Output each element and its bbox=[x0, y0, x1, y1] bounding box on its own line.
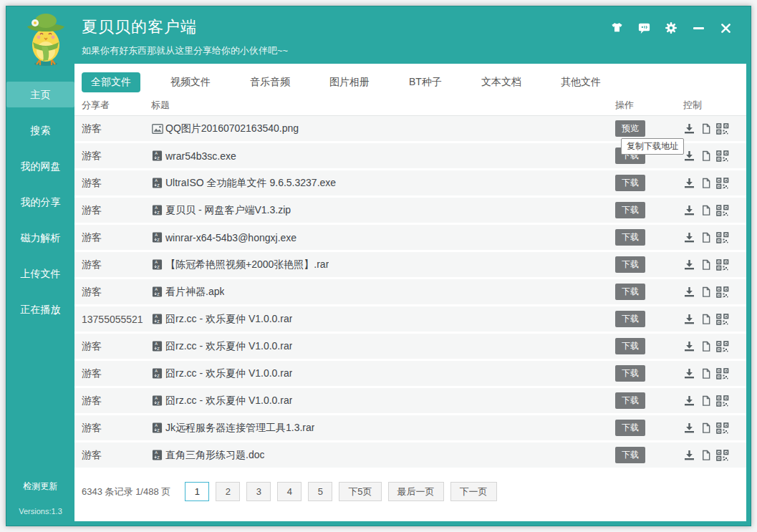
page-number-button-5[interactable]: 5 bbox=[308, 482, 332, 501]
qrcode-icon[interactable] bbox=[716, 178, 729, 189]
sidebar-item-6[interactable]: 正在播放 bbox=[6, 296, 74, 322]
sidebar-item-3[interactable]: 我的分享 bbox=[6, 189, 74, 215]
file-title-link[interactable]: winrar-x64-54b3@hongxj.exe bbox=[165, 232, 296, 243]
tab-0[interactable]: 全部文件 bbox=[82, 72, 140, 92]
download-icon[interactable] bbox=[683, 204, 695, 216]
action-button[interactable]: 下载 bbox=[615, 338, 645, 354]
download-icon[interactable] bbox=[683, 150, 695, 162]
action-button[interactable]: 下载 bbox=[615, 175, 645, 191]
sidebar-item-1[interactable]: 搜索 bbox=[6, 117, 74, 143]
file-title-link[interactable]: 直角三角形练习题.doc bbox=[165, 449, 264, 462]
check-update-button[interactable]: 检测更新 bbox=[6, 480, 74, 493]
last-page-button[interactable]: 最后一页 bbox=[388, 482, 444, 501]
copy-link-icon[interactable] bbox=[700, 450, 711, 461]
qrcode-icon[interactable] bbox=[716, 205, 729, 216]
file-title-link[interactable]: QQ图片20160702163540.png bbox=[165, 122, 299, 135]
action-button[interactable]: 下载 bbox=[615, 229, 645, 246]
qrcode-icon[interactable] bbox=[716, 123, 729, 135]
copy-link-icon[interactable] bbox=[700, 259, 711, 271]
tab-1[interactable]: 视频文件 bbox=[161, 72, 220, 92]
qrcode-icon[interactable] bbox=[716, 450, 729, 461]
page-number-button-1[interactable]: 1 bbox=[185, 482, 209, 501]
file-title-link[interactable]: wrar54b3sc.exe bbox=[165, 150, 236, 162]
page-number-button-2[interactable]: 2 bbox=[216, 482, 240, 501]
action-button[interactable]: 下载 bbox=[615, 311, 645, 327]
sidebar-item-4[interactable]: 磁力解析 bbox=[6, 225, 74, 251]
copy-link-icon[interactable] bbox=[700, 314, 711, 325]
file-title-link[interactable]: 囧rz.cc - 欢乐夏仲 V1.0.0.rar bbox=[165, 340, 292, 353]
copy-link-icon[interactable] bbox=[700, 341, 711, 352]
download-icon[interactable] bbox=[683, 231, 695, 243]
sidebar-item-label: 我的网盘 bbox=[21, 160, 61, 172]
qrcode-icon[interactable] bbox=[716, 341, 729, 352]
download-icon[interactable] bbox=[683, 340, 695, 352]
copy-link-icon[interactable] bbox=[700, 395, 711, 407]
copy-link-icon[interactable] bbox=[700, 178, 711, 189]
chat-icon[interactable] bbox=[636, 20, 652, 36]
qrcode-icon[interactable] bbox=[716, 422, 729, 434]
file-title-link[interactable]: 囧rz.cc - 欢乐夏仲 V1.0.0.rar bbox=[165, 395, 292, 407]
copy-link-icon[interactable] bbox=[700, 286, 711, 298]
file-title-link[interactable]: 囧rz.cc - 欢乐夏仲 V1.0.0.rar bbox=[165, 313, 292, 326]
close-button[interactable] bbox=[718, 20, 733, 36]
download-icon[interactable] bbox=[683, 367, 695, 379]
download-icon[interactable] bbox=[683, 395, 695, 407]
download-icon[interactable] bbox=[683, 286, 695, 298]
table-row: 游客 A Z winrar-x64-54b3@hongxj.exe 下载 bbox=[74, 225, 746, 250]
download-icon[interactable] bbox=[683, 122, 695, 135]
file-title-link[interactable]: UltraISO 全功能单文件 9.6.5.3237.exe bbox=[165, 177, 336, 190]
next-5-pages-button[interactable]: 下5页 bbox=[339, 482, 381, 501]
action-button[interactable]: 下载 bbox=[615, 365, 645, 382]
tab-5[interactable]: 文本文档 bbox=[472, 72, 531, 92]
tab-4[interactable]: BT种子 bbox=[400, 72, 451, 92]
svg-text:Z: Z bbox=[157, 319, 160, 324]
next-page-button[interactable]: 下一页 bbox=[450, 482, 497, 501]
sidebar-item-0[interactable]: 主页 bbox=[6, 82, 74, 107]
qrcode-icon[interactable] bbox=[716, 368, 729, 379]
file-title-link[interactable]: 【陈冠希艳照视频+2000张艳照】.rar bbox=[165, 258, 329, 271]
qrcode-icon[interactable] bbox=[716, 232, 729, 243]
download-icon[interactable] bbox=[683, 422, 695, 434]
action-button[interactable]: 下载 bbox=[615, 420, 645, 436]
file-title-link[interactable]: 夏贝贝 - 网盘客户端V1.3.zip bbox=[165, 204, 291, 217]
copy-link-icon[interactable] bbox=[700, 205, 711, 216]
action-button[interactable]: 下载 bbox=[615, 392, 645, 409]
gear-icon[interactable] bbox=[663, 20, 679, 36]
page-number-button-3[interactable]: 3 bbox=[246, 482, 271, 501]
qrcode-icon[interactable] bbox=[716, 395, 729, 407]
download-icon[interactable] bbox=[683, 258, 695, 271]
file-type-icon: A Z bbox=[151, 395, 163, 407]
sidebar-item-2[interactable]: 我的网盘 bbox=[6, 153, 74, 179]
page-number-button-4[interactable]: 4 bbox=[277, 482, 302, 501]
qrcode-icon[interactable] bbox=[716, 259, 729, 271]
download-icon[interactable] bbox=[683, 177, 695, 189]
action-button[interactable]: 下载 bbox=[615, 256, 645, 273]
qrcode-icon[interactable] bbox=[716, 314, 729, 325]
svg-text:Z: Z bbox=[157, 401, 160, 405]
download-icon[interactable] bbox=[683, 449, 695, 461]
tab-6[interactable]: 其他文件 bbox=[551, 72, 610, 92]
action-button[interactable]: 下载 bbox=[615, 284, 645, 300]
copy-link-icon[interactable] bbox=[700, 232, 711, 243]
copy-link-icon[interactable] bbox=[700, 422, 711, 434]
action-button[interactable]: 下载 bbox=[615, 202, 645, 218]
action-button[interactable]: 下载 bbox=[615, 447, 645, 463]
file-type-icon: A Z bbox=[151, 177, 163, 189]
tab-2[interactable]: 音乐音频 bbox=[241, 72, 299, 92]
copy-link-icon[interactable] bbox=[700, 368, 711, 379]
file-title-link[interactable]: 囧rz.cc - 欢乐夏仲 V1.0.0.rar bbox=[165, 367, 292, 380]
qrcode-icon[interactable] bbox=[716, 150, 729, 162]
table-row: 游客 A Z QQ图片20160702163540.png 预览 bbox=[74, 116, 746, 141]
shirt-icon[interactable] bbox=[609, 20, 625, 36]
file-type-icon: A Z bbox=[151, 122, 163, 135]
copy-link-icon[interactable] bbox=[700, 150, 711, 162]
download-icon[interactable] bbox=[683, 313, 695, 325]
tab-3[interactable]: 图片相册 bbox=[320, 72, 379, 92]
qrcode-icon[interactable] bbox=[716, 286, 729, 298]
copy-link-icon[interactable] bbox=[700, 123, 711, 135]
minimize-button[interactable] bbox=[690, 20, 706, 36]
file-title-link[interactable]: 看片神器.apk bbox=[165, 286, 224, 299]
action-button[interactable]: 预览 bbox=[615, 120, 645, 137]
sidebar-item-5[interactable]: 上传文件 bbox=[6, 261, 74, 286]
file-title-link[interactable]: Jk远程服务器连接管理工具1.3.rar bbox=[165, 422, 314, 435]
